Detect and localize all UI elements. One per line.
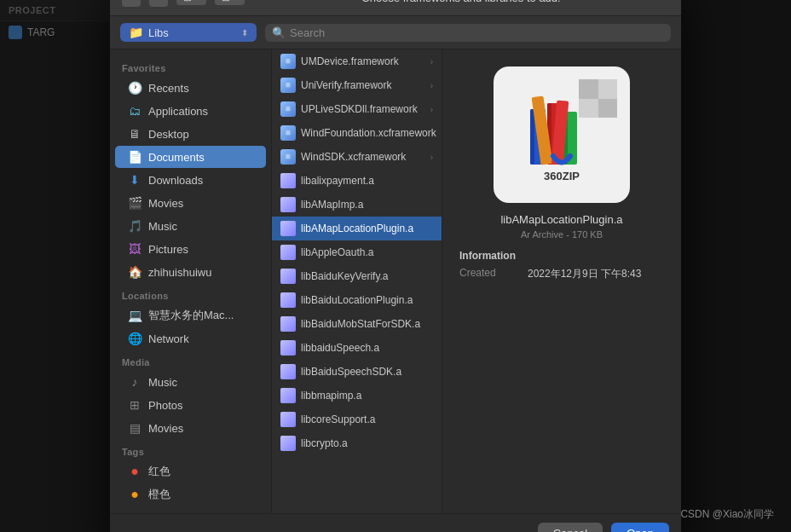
sidebar-media-music-label: Music xyxy=(148,376,177,389)
file-item-libbaiduspeech[interactable]: libbaiduSpeech.a xyxy=(272,336,442,360)
file-name-umdevice: UMDevice.framework xyxy=(301,55,399,67)
lib-icon-selected xyxy=(280,221,296,236)
preview-filename: libAMapLocationPlugin.a xyxy=(500,213,622,226)
preview-icon-wrap: 360ZIP xyxy=(494,66,630,203)
location-selector[interactable]: 📁 Libs ⬍ xyxy=(120,23,257,42)
sidebar-item-movies[interactable]: 🎬 Movies xyxy=(115,192,266,214)
framework-icon: ⊞ xyxy=(280,101,296,117)
lib-icon xyxy=(280,173,296,188)
file-item-umdevice[interactable]: ⊞ UMDevice.framework › xyxy=(272,49,442,73)
sidebar-tag-orange-label: 橙色 xyxy=(148,487,170,502)
applications-icon: 🗂 xyxy=(127,103,142,119)
folder-icon: 📁 xyxy=(129,26,143,39)
preview-subtitle: Ar Archive - 170 KB xyxy=(521,229,603,240)
file-item-libalixpayment[interactable]: libalixpayment.a xyxy=(272,169,442,193)
zhihuishuiwu-icon: 🏠 xyxy=(127,264,142,280)
file-item-windfoundation[interactable]: ⊞ WindFoundation.xcframework › xyxy=(272,121,442,145)
lib-icon xyxy=(280,292,296,308)
chevron-icon: › xyxy=(430,57,433,66)
pictures-icon: 🖼 xyxy=(127,241,142,257)
file-item-libamapImp[interactable]: libAMapImp.a xyxy=(272,193,442,217)
lib-icon xyxy=(280,412,296,427)
file-list-panel: ⊞ UMDevice.framework › ⊞ UniVerify.frame… xyxy=(272,49,442,513)
sidebar-applications-label: Applications xyxy=(148,105,208,118)
file-name-libbmapimp: libbmapimp.a xyxy=(301,390,361,402)
lib-icon xyxy=(280,316,296,332)
file-item-libbaiduspeechsdk[interactable]: libBaiduSpeechSDK.a xyxy=(272,360,442,384)
sidebar-item-mac[interactable]: 💻 智慧水务的Mac... xyxy=(115,304,266,327)
nav-back-button[interactable]: ‹ xyxy=(122,0,141,7)
chevron-icon: › xyxy=(430,153,433,162)
chevron-left-icon: ‹ xyxy=(130,0,133,3)
cancel-button[interactable]: Cancel xyxy=(538,523,603,532)
sidebar-item-tag-red[interactable]: ● 红色 xyxy=(115,460,266,483)
file-item-libbaidu-mob[interactable]: libBaiduMobStatForSDK.a xyxy=(272,312,442,336)
search-input[interactable] xyxy=(290,26,664,39)
sidebar-item-zhihuishuiwu[interactable]: 🏠 zhihuishuiwu xyxy=(115,261,266,283)
lib-icon xyxy=(280,269,296,284)
sidebar-item-media-movies[interactable]: ▤ Movies xyxy=(115,417,266,439)
sidebar-item-network[interactable]: 🌐 Network xyxy=(115,327,266,350)
sidebar-item-tag-orange[interactable]: ● 橙色 xyxy=(115,483,266,506)
chevron-icon: › xyxy=(430,105,433,114)
view-selector[interactable]: ⊞ ▾ xyxy=(176,0,206,5)
modal-footer: Cancel Open xyxy=(110,513,681,532)
file-item-libcoresupport[interactable]: libcoreSupport.a xyxy=(272,408,442,431)
sidebar-pictures-label: Pictures xyxy=(148,243,188,256)
network-icon: 🌐 xyxy=(127,331,142,346)
preview-created-row: Created 2022年12月9日 下午8:43 xyxy=(459,267,664,281)
framework-icon: ⊞ xyxy=(280,149,296,165)
sidebar-documents-label: Documents xyxy=(148,151,205,164)
file-name-libbaiduspeech: libbaiduSpeech.a xyxy=(301,342,379,354)
sidebar-recents-label: Recents xyxy=(148,82,189,95)
sidebar-item-pictures[interactable]: 🖼 Pictures xyxy=(115,238,266,260)
open-button[interactable]: Open xyxy=(611,523,669,532)
preview-panel: 360ZIP libAMapLocationPlugin.a Ar Archiv… xyxy=(442,49,681,513)
sidebar-mac-label: 智慧水务的Mac... xyxy=(148,308,234,323)
lib-icon xyxy=(280,340,296,356)
zip-preview-svg: 360ZIP xyxy=(506,79,617,190)
sidebar-item-desktop[interactable]: 🖥 Desktop xyxy=(115,123,266,145)
sidebar-media-movies-label: Movies xyxy=(148,422,183,435)
sidebar: Favorites 🕐 Recents 🗂 Applications 🖥 Des… xyxy=(110,49,272,513)
file-item-libamaplocationplugin[interactable]: libAMapLocationPlugin.a xyxy=(272,217,442,240)
location-chevron-icon: ⬍ xyxy=(241,28,248,38)
svg-rect-5 xyxy=(530,109,534,165)
file-name-libcrypto: libcrypto.a xyxy=(301,437,348,449)
photos-icon: ⊞ xyxy=(127,397,142,413)
sidebar-downloads-label: Downloads xyxy=(148,174,203,187)
tags-label: Tags xyxy=(110,440,271,460)
nav-forward-button[interactable]: › xyxy=(149,0,168,7)
file-item-windsdk[interactable]: ⊞ WindSDK.xcframework › xyxy=(272,145,442,169)
file-item-uplivesdkdll[interactable]: ⊞ UPLiveSDKDll.framework › xyxy=(272,97,442,121)
sidebar-item-downloads[interactable]: ⬇ Downloads xyxy=(115,169,266,191)
file-name-libalixpayment: libalixpayment.a xyxy=(301,175,374,187)
file-name-libcoresupport: libcoreSupport.a xyxy=(301,413,375,425)
sidebar-item-media-music[interactable]: ♪ Music xyxy=(115,371,266,393)
file-name-libamapImp: libAMapImp.a xyxy=(301,199,363,211)
view-grid-chevron-icon: ▾ xyxy=(234,0,238,2)
sidebar-item-applications[interactable]: 🗂 Applications xyxy=(115,100,266,122)
media-movies-icon: ▤ xyxy=(127,420,142,436)
movies-icon: 🎬 xyxy=(127,195,142,211)
lib-icon xyxy=(280,245,296,260)
sidebar-item-documents[interactable]: 📄 Documents xyxy=(115,146,266,168)
file-item-libbaidukeyverify[interactable]: libBaiduKeyVerify.a xyxy=(272,264,442,288)
search-bar[interactable]: 🔍 xyxy=(265,24,671,42)
lib-icon xyxy=(280,388,296,403)
file-item-libcrypto[interactable]: libcrypto.a xyxy=(272,431,442,455)
file-item-libbmapimp[interactable]: libbmapimp.a xyxy=(272,384,442,408)
sidebar-item-photos[interactable]: ⊞ Photos xyxy=(115,394,266,416)
file-name-windsdk: WindSDK.xcframework xyxy=(301,151,406,163)
file-item-libbaidu-location[interactable]: libBaiduLocationPlugin.a xyxy=(272,288,442,312)
lib-icon xyxy=(280,436,296,451)
sidebar-item-music[interactable]: 🎵 Music xyxy=(115,215,266,237)
file-item-libappleoauth[interactable]: libAppleOauth.a xyxy=(272,240,442,264)
file-item-univerify[interactable]: ⊞ UniVerify.framework › xyxy=(272,73,442,97)
sidebar-item-recents[interactable]: 🕐 Recents xyxy=(115,77,266,99)
framework-icon: ⊞ xyxy=(280,78,296,93)
view-grid-selector[interactable]: ⊟ ▾ xyxy=(215,0,245,5)
file-name-uplivesdkdll: UPLiveSDKDll.framework xyxy=(301,103,418,115)
sidebar-tag-red-label: 红色 xyxy=(148,464,170,479)
preview-info-table: Created 2022年12月9日 下午8:43 xyxy=(459,267,664,286)
